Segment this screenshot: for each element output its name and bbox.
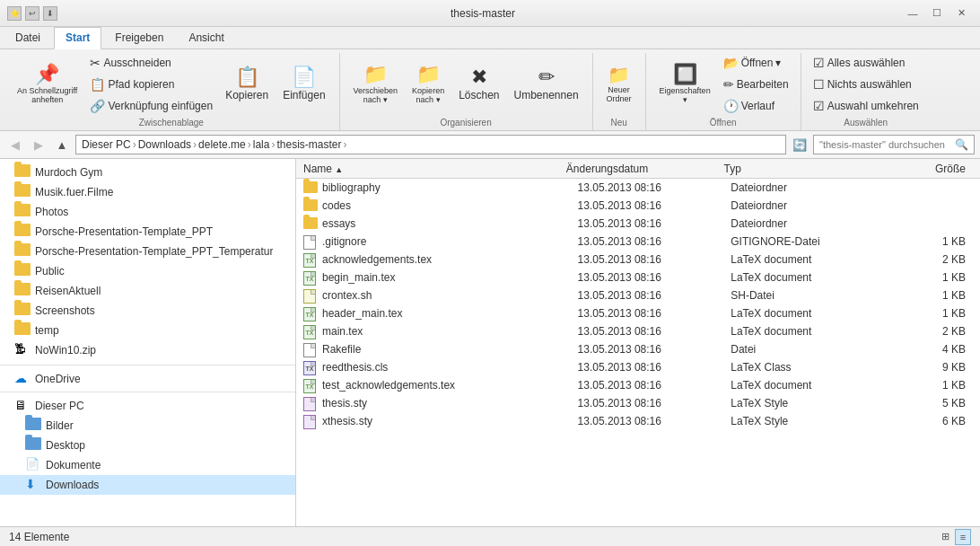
table-row[interactable]: Rakefile 13.05.2013 08:16 Datei 4 KB	[296, 340, 980, 358]
table-row[interactable]: TX test_acknowledgements.tex 13.05.2013 …	[296, 376, 980, 394]
cut-label: Ausschneiden	[103, 57, 171, 69]
sidebar-item-reisen[interactable]: ReisenAktuell	[0, 281, 295, 301]
main-area: Murdoch Gym Musik.fuer.Filme Photos Pors…	[0, 159, 980, 526]
col-type-header[interactable]: Typ	[724, 163, 882, 175]
col-date-header[interactable]: Änderungsdatum	[566, 163, 724, 175]
maximize-button[interactable]: ☐	[925, 4, 949, 22]
path-deleteme[interactable]: delete.me	[198, 138, 246, 151]
sidebar-item-public[interactable]: Public	[0, 261, 295, 281]
invertsel-button[interactable]: ☑ Auswahl umkehren	[809, 96, 923, 116]
delete-button[interactable]: ✖ Löschen	[452, 63, 505, 106]
table-row[interactable]: TX begin_main.tex 13.05.2013 08:16 LaTeX…	[296, 269, 980, 286]
sidebar-item-bilder[interactable]: Bilder	[0, 416, 295, 436]
back-button[interactable]: ◀	[5, 135, 25, 154]
history-button[interactable]: 🕐 Verlauf	[719, 96, 793, 116]
refresh-button[interactable]: 🔄	[790, 135, 809, 154]
path-sep-5: ›	[343, 138, 346, 151]
details-view-button[interactable]: ≡	[955, 529, 971, 545]
sidebar-item-screenshots[interactable]: Screenshots	[0, 301, 295, 321]
sidebar-item-photos[interactable]: Photos	[0, 202, 295, 222]
large-icons-view-button[interactable]: ⊞	[937, 529, 953, 545]
open-arrow: ▾	[775, 57, 781, 69]
file-date: 13.05.2013 08:16	[578, 325, 731, 338]
history-icon: 🕐	[723, 99, 739, 113]
sidebar-item-nowin10[interactable]: 🗜 NoWin10.zip	[0, 340, 295, 360]
open-buttons: 🔲 Eigenschaften▾ 📂 Öffnen ▾ ✏ Bearbeiten…	[653, 53, 793, 116]
copy-button[interactable]: 📋 Kopieren	[219, 63, 275, 106]
table-row[interactable]: bibliography 13.05.2013 08:16 Dateiordne…	[296, 179, 980, 197]
sidebar-item-murdochgym[interactable]: Murdoch Gym	[0, 163, 295, 182]
sidebar-item-desktop[interactable]: Desktop	[0, 436, 295, 455]
table-row[interactable]: codes 13.05.2013 08:16 Dateiordner	[296, 197, 980, 215]
table-row[interactable]: thesis.sty 13.05.2013 08:16 LaTeX Style …	[296, 394, 980, 412]
tab-ansicht[interactable]: Ansicht	[177, 27, 235, 48]
copy-icon: 📋	[235, 67, 259, 87]
rename-button[interactable]: ✏ Umbenennen	[508, 63, 585, 106]
sidebar: Murdoch Gym Musik.fuer.Filme Photos Pors…	[0, 159, 296, 526]
path-lala[interactable]: lala	[253, 138, 270, 151]
pin-button[interactable]: 📌 An Schnellzugriffanheften	[11, 60, 83, 109]
newfolder-button[interactable]: 📁 NeuerOrdner	[600, 61, 638, 108]
search-input[interactable]	[819, 139, 951, 150]
sidebar-item-onedrive[interactable]: ☁ OneDrive	[0, 369, 295, 389]
selectnone-button[interactable]: ☐ Nichts auswählen	[809, 75, 923, 94]
table-row[interactable]: TX acknowledgements.tex 13.05.2013 08:16…	[296, 251, 980, 269]
table-row[interactable]: .gitignore 13.05.2013 08:16 GITIGNORE-Da…	[296, 233, 980, 251]
sidebar-item-dieserpc[interactable]: 🖥 Dieser PC	[0, 396, 295, 416]
path-sep-1: ›	[133, 138, 136, 151]
up-button[interactable]: ▲	[52, 135, 72, 154]
file-type: SH-Datei	[731, 289, 884, 302]
copy-label: Kopieren	[225, 89, 268, 101]
paste-shortcut-button[interactable]: 🔗 Verknüpfung einfügen	[85, 96, 217, 116]
sidebar-item-musikfilme[interactable]: Musik.fuer.Filme	[0, 182, 295, 202]
address-path[interactable]: Dieser PC › Downloads › delete.me › lala…	[75, 135, 786, 154]
tab-datei[interactable]: Datei	[4, 27, 52, 48]
search-box[interactable]: 🔍	[813, 135, 975, 154]
sidebar-item-porsche1[interactable]: Porsche-Presentation-Template_PPT	[0, 222, 295, 242]
table-row[interactable]: xthesis.sty 13.05.2013 08:16 LaTeX Style…	[296, 412, 980, 430]
sidebar-item-porsche2[interactable]: Porsche-Presentation-Template_PPT_Temper…	[0, 242, 295, 261]
properties-button[interactable]: 🔲 Eigenschaften▾	[653, 60, 717, 109]
table-row[interactable]: TX reedthesis.cls 13.05.2013 08:16 LaTeX…	[296, 358, 980, 376]
path-downloads[interactable]: Downloads	[138, 138, 191, 151]
selectall-button[interactable]: ☑ Alles auswählen	[809, 53, 923, 73]
sidebar-item-downloads[interactable]: ⬇ Downloads	[0, 475, 295, 495]
table-row[interactable]: essays 13.05.2013 08:16 Dateiordner	[296, 215, 980, 233]
forward-button[interactable]: ▶	[29, 135, 48, 154]
path-thesismaster[interactable]: thesis-master	[276, 138, 341, 151]
tab-start[interactable]: Start	[54, 27, 101, 49]
open-button[interactable]: 📂 Öffnen ▾	[719, 53, 793, 73]
table-row[interactable]: crontex.sh 13.05.2013 08:16 SH-Datei 1 K…	[296, 286, 980, 304]
table-row[interactable]: TX main.tex 13.05.2013 08:16 LaTeX docum…	[296, 322, 980, 340]
file-icon	[303, 235, 318, 248]
minimize-button[interactable]: —	[901, 4, 924, 22]
file-date: 13.05.2013 08:16	[578, 307, 731, 320]
cut-icon: ✂	[90, 56, 101, 70]
newfolder-icon: 📁	[608, 66, 630, 84]
title-bar: ⭐ ↩ ⬇ thesis-master — ☐ ✕	[0, 0, 980, 27]
move-button[interactable]: 📁 Verschiebennach ▾	[347, 60, 405, 109]
close-button[interactable]: ✕	[949, 4, 973, 22]
selectnone-label: Nichts auswählen	[827, 78, 912, 91]
col-size-header[interactable]: Größe	[881, 163, 973, 175]
path-computer[interactable]: Dieser PC	[82, 138, 131, 151]
col-name-header[interactable]: Name ▲	[303, 163, 566, 175]
paste-label: Einfügen	[283, 89, 325, 101]
undo-icon[interactable]: ↩	[25, 6, 39, 21]
group-clipboard: 📌 An Schnellzugriffanheften ✂ Ausschneid…	[4, 53, 340, 130]
cut-button[interactable]: ✂ Ausschneiden	[85, 53, 217, 73]
paste-button[interactable]: 📄 Einfügen	[276, 63, 331, 106]
sidebar-item-temp[interactable]: temp	[0, 321, 295, 340]
copyto-button[interactable]: 📁 Kopierennach ▾	[406, 60, 451, 109]
edit-button[interactable]: ✏ Bearbeiten	[719, 75, 793, 94]
file-type: Dateiordner	[731, 199, 884, 212]
redo-icon[interactable]: ⬇	[43, 6, 57, 21]
delete-icon: ✖	[471, 67, 487, 87]
file-date: 13.05.2013 08:16	[578, 217, 731, 230]
file-size: 6 KB	[884, 415, 973, 427]
sidebar-item-dokumente[interactable]: 📄 Dokumente	[0, 455, 295, 475]
copy-path-button[interactable]: 📋 Pfad kopieren	[85, 75, 217, 94]
file-header[interactable]: Name ▲ Änderungsdatum Typ Größe	[296, 159, 980, 179]
table-row[interactable]: TX header_main.tex 13.05.2013 08:16 LaTe…	[296, 304, 980, 322]
tab-freigeben[interactable]: Freigeben	[103, 27, 175, 48]
